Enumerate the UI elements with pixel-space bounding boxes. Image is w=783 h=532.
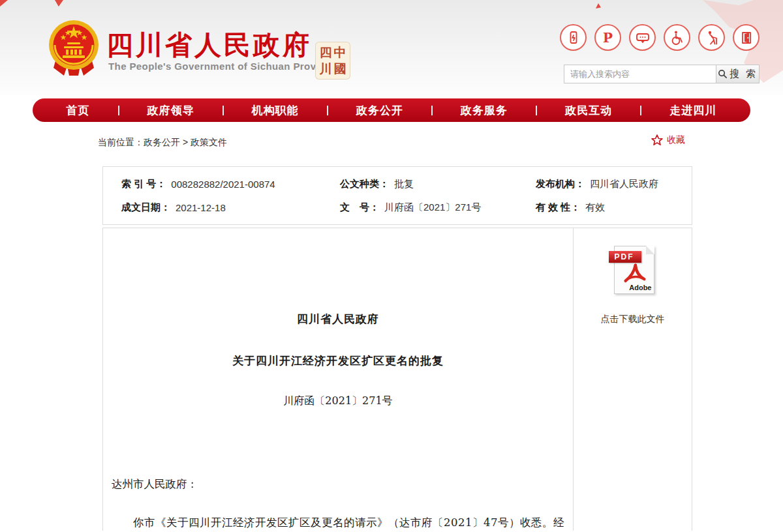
document-paragraph: 你市《关于四川开江经济开发区扩区及更名的请示》（达市府〔2021〕47号）收悉。… xyxy=(112,513,564,531)
map-fragment-decoration xyxy=(0,0,8,7)
breadcrumb-row: 当前位置：政务公开 > 政策文件 收藏 xyxy=(98,134,688,151)
document-title: 关于四川开江经济开发区扩区更名的批复 xyxy=(112,353,564,368)
meta-index-number: 索 引 号： 008282882/2021-00874 xyxy=(121,178,340,190)
adobe-acrobat-logo-icon xyxy=(623,263,647,286)
site-header: 四川省人民政府 The People's Government of Sichu… xyxy=(0,0,783,95)
nav-separator xyxy=(118,106,119,115)
nav-item-gov-services[interactable]: 政务服务 xyxy=(461,103,508,118)
national-emblem-logo xyxy=(47,18,100,80)
favorite-button[interactable]: 收藏 xyxy=(651,134,685,147)
map-fragment-decoration xyxy=(596,3,601,8)
pinyin-p-icon[interactable]: P xyxy=(594,24,621,51)
nav-item-home[interactable]: 首页 xyxy=(67,103,90,118)
document-body: 四川省人民政府 关于四川开江经济开发区扩区更名的批复 川府函〔2021〕271号… xyxy=(103,228,574,531)
meta-row: 索 引 号： 008282882/2021-00874 公文种类： 批复 发布机… xyxy=(103,172,692,196)
accessibility-icon[interactable] xyxy=(664,24,690,51)
meta-issue-date: 成文日期： 2021-12-18 xyxy=(121,201,340,214)
download-link[interactable]: 点击下载此文件 xyxy=(574,314,692,325)
adobe-label: Adobe xyxy=(629,284,651,291)
search-icon xyxy=(718,69,728,79)
seal-char: 中 xyxy=(333,44,347,61)
meta-issuing-agency: 发布机构： 四川省人民政府 xyxy=(536,178,692,190)
main-nav: 首页 政府领导 机构职能 政务公开 政务服务 政民互动 走进四川 xyxy=(33,98,750,122)
nav-separator xyxy=(640,106,641,115)
seal-char: 四 xyxy=(318,44,333,61)
nav-item-interaction[interactable]: 政民互动 xyxy=(565,103,612,118)
header-quick-icons: P xyxy=(560,24,760,51)
document-meta-table: 索 引 号： 008282882/2021-00874 公文种类： 批复 发布机… xyxy=(102,166,692,225)
site-search: 搜 索 xyxy=(564,65,760,83)
nav-separator xyxy=(536,106,537,115)
document-org-line: 四川省人民政府 xyxy=(112,312,564,327)
breadcrumb[interactable]: 当前位置：政务公开 > 政策文件 xyxy=(98,137,227,147)
favorite-label: 收藏 xyxy=(667,134,685,146)
meta-validity: 有 效 性： 有效 xyxy=(536,201,692,214)
nav-separator xyxy=(327,106,328,115)
meta-doc-type: 公文种类： 批复 xyxy=(340,178,536,190)
map-fragment-decoration xyxy=(55,0,63,7)
document-number: 川府函〔2021〕271号 xyxy=(112,394,564,408)
message-icon[interactable] xyxy=(629,24,656,51)
document-salutation: 达州市人民政府： xyxy=(112,477,564,492)
nav-separator xyxy=(431,106,433,115)
site-title: 四川省人民政府 xyxy=(106,27,312,63)
star-icon xyxy=(651,134,664,147)
pdf-badge: PDF xyxy=(609,251,641,263)
nav-item-gov-affairs[interactable]: 政务公开 xyxy=(356,103,403,118)
pdf-file-icon[interactable]: PDF Adobe xyxy=(611,246,654,294)
pdf-page-shape: PDF Adobe xyxy=(614,246,654,294)
nav-item-institutions[interactable]: 机构职能 xyxy=(252,103,299,118)
seal-char: 川 xyxy=(318,61,333,77)
exit-door-icon[interactable] xyxy=(733,24,760,51)
site-subtitle: The People's Government of Sichuan Provi… xyxy=(108,61,337,72)
document-container: 四川省人民政府 关于四川开江经济开发区扩区更名的批复 川府函〔2021〕271号… xyxy=(102,228,692,531)
meta-doc-number: 文 号： 川府函〔2021〕271号 xyxy=(340,201,536,214)
search-button-label: 搜 索 xyxy=(729,68,758,80)
elderly-mode-icon[interactable] xyxy=(698,24,725,51)
seal-char: 國 xyxy=(333,61,347,77)
sichuan-seal-stamp: 四 中 川 國 xyxy=(315,42,350,80)
download-sidebar: PDF Adobe 点击下载此文件 xyxy=(574,228,692,531)
meta-row: 成文日期： 2021-12-18 文 号： 川府函〔2021〕271号 有 效 … xyxy=(103,196,692,219)
search-input[interactable] xyxy=(564,65,716,83)
nav-separator xyxy=(223,106,224,115)
mobile-version-icon[interactable] xyxy=(560,24,587,51)
nav-item-about-sichuan[interactable]: 走进四川 xyxy=(669,103,716,118)
search-button[interactable]: 搜 索 xyxy=(716,65,760,83)
page-fold-decoration xyxy=(646,246,654,254)
nav-item-government-leaders[interactable]: 政府领导 xyxy=(147,103,194,118)
